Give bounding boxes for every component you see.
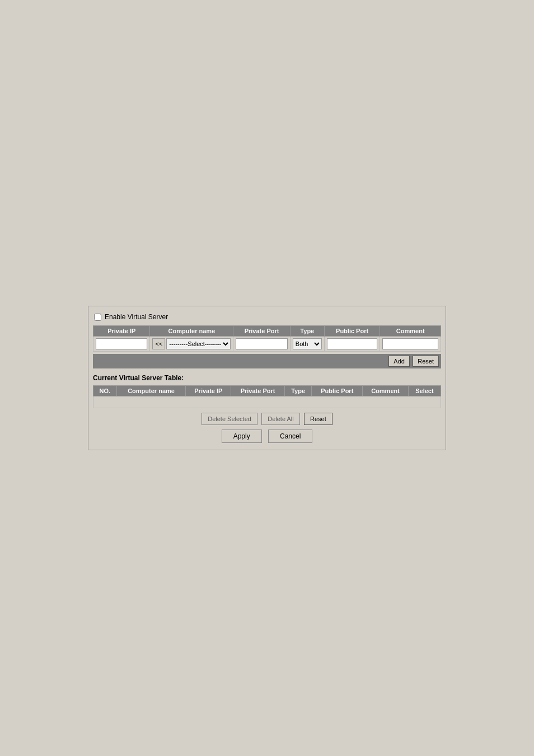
delete-reset-row: Delete Selected Delete All Reset bbox=[93, 413, 441, 425]
apply-cancel-row: Apply Cancel bbox=[93, 430, 441, 443]
col-comment: Comment bbox=[363, 386, 409, 396]
enable-virtual-server-row: Enable Virtual Server bbox=[93, 311, 441, 323]
private-port-cell bbox=[233, 337, 290, 352]
comment-cell bbox=[380, 337, 441, 352]
virtual-server-form-table: Private IP Computer name Private Port Ty… bbox=[93, 325, 441, 352]
col-private-port: Private Port bbox=[231, 386, 285, 396]
public-port-input[interactable] bbox=[327, 338, 378, 349]
computer-name-select[interactable]: ---------Select-------- bbox=[166, 338, 231, 349]
add-reset-row: Add Reset bbox=[93, 354, 441, 368]
computer-name-cell: << ---------Select-------- bbox=[150, 337, 233, 352]
enable-virtual-server-label: Enable Virtual Server bbox=[105, 313, 168, 321]
header-computer-name: Computer name bbox=[150, 326, 233, 337]
reset-table-button[interactable]: Reset bbox=[304, 413, 332, 425]
private-ip-cell bbox=[93, 337, 150, 352]
col-no: NO. bbox=[93, 386, 117, 396]
add-button[interactable]: Add bbox=[388, 356, 410, 367]
delete-selected-button[interactable]: Delete Selected bbox=[202, 413, 257, 425]
cancel-button[interactable]: Cancel bbox=[268, 430, 312, 443]
type-cell: Both TCP UDP bbox=[290, 337, 324, 352]
header-public-port: Public Port bbox=[324, 326, 380, 337]
delete-all-button[interactable]: Delete All bbox=[261, 413, 299, 425]
current-table-label: Current Virtual Server Table: bbox=[93, 373, 441, 383]
empty-table-row bbox=[93, 396, 441, 408]
header-comment: Comment bbox=[380, 326, 441, 337]
header-private-port: Private Port bbox=[233, 326, 290, 337]
col-private-ip: Private IP bbox=[186, 386, 231, 396]
private-port-input[interactable] bbox=[236, 338, 287, 349]
col-select: Select bbox=[408, 386, 441, 396]
comment-input[interactable] bbox=[382, 338, 438, 349]
arrow-button[interactable]: << bbox=[152, 338, 165, 349]
private-ip-input[interactable] bbox=[96, 338, 147, 349]
apply-button[interactable]: Apply bbox=[222, 430, 262, 443]
virtual-server-panel: Enable Virtual Server Private IP Compute… bbox=[88, 306, 446, 450]
col-type: Type bbox=[284, 386, 311, 396]
col-public-port: Public Port bbox=[312, 386, 363, 396]
enable-virtual-server-checkbox[interactable] bbox=[94, 314, 101, 321]
public-port-cell bbox=[324, 337, 380, 352]
col-computer-name: Computer name bbox=[116, 386, 186, 396]
current-virtual-server-table: NO. Computer name Private IP Private Por… bbox=[93, 385, 441, 408]
header-private-ip: Private IP bbox=[93, 326, 150, 337]
type-select[interactable]: Both TCP UDP bbox=[293, 338, 322, 349]
reset-form-button[interactable]: Reset bbox=[413, 356, 439, 367]
header-type: Type bbox=[290, 326, 324, 337]
